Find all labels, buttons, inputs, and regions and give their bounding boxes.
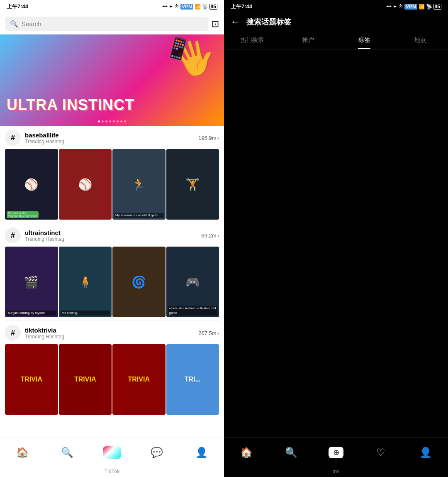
home-icon: 🏠 — [240, 447, 253, 458]
hashtag-sub-3: Trending Hashtag — [25, 334, 64, 340]
video-thumb-3-2[interactable]: TRIVIA — [59, 344, 112, 415]
hashtag-info-3: # tiktoktrivia Trending Hashtag — [5, 325, 64, 341]
add-button[interactable]: + — [103, 446, 121, 459]
right-tabs: 热门搜索 帐户 标签 地点 — [224, 32, 448, 49]
tab-locations[interactable]: 地点 — [392, 32, 448, 49]
right-nav-profile[interactable]: 👤 — [403, 447, 448, 458]
video-thumb-1-3[interactable]: 🏃 My teammates wouldn't get it. — [112, 149, 166, 220]
thumb-icon: 🏃 — [112, 149, 166, 220]
right-content-area — [224, 49, 448, 438]
banner: 🖐 📱 ULTRA INSTINCT — [0, 34, 224, 126]
right-page-title: 搜索话题标签 — [246, 17, 291, 27]
search-icon: 🔍 — [10, 20, 18, 28]
hashtag-section-2: # ultrainstinct Trending Hashtag 69.2m ›… — [0, 223, 224, 320]
right-bottom-nav: 🏠 🔍 ⊕ ♡ 👤 — [224, 438, 448, 467]
nav-messages[interactable]: 💬 — [134, 447, 179, 458]
signal-icon: 📶 — [195, 4, 201, 10]
tab-trending[interactable]: 热门搜索 — [224, 32, 280, 49]
right-nav-add[interactable]: ⊕ — [314, 447, 358, 458]
battery-icon: 95 — [209, 4, 217, 10]
right-nav-search[interactable]: 🔍 — [269, 447, 314, 458]
hashtag-text-1: baseballlife Trending Hashtag — [25, 132, 64, 144]
right-nav-likes[interactable]: ♡ — [358, 447, 403, 458]
nav-search[interactable]: 🔍 — [45, 447, 90, 458]
banner-dot-6 — [117, 120, 119, 122]
hashtag-info-2: # ultrainstinct Trending Hashtag — [5, 227, 64, 243]
left-status-icons: ••• ✦ ⏱ VPN 📶 📡 95 — [162, 4, 217, 10]
video-label-2-2: Me chilling: — [61, 311, 110, 316]
banner-dot-3 — [105, 120, 107, 122]
left-app-label: TikTok — [0, 467, 224, 477]
video-thumb-2-4[interactable]: 🎮 when ultra instinct activates mid game — [166, 247, 219, 317]
search-bar-container: 🔍 Search ⊡ — [0, 13, 224, 34]
tab-hashtags[interactable]: 标签 — [336, 32, 392, 49]
search-input-wrap[interactable]: 🔍 Search — [5, 17, 208, 31]
search-placeholder: Search — [22, 20, 41, 27]
hashtag-icon-1: # — [5, 130, 21, 146]
add-button[interactable]: ⊕ — [329, 447, 343, 458]
hashtag-sub-1: Trending Hashtag — [25, 139, 64, 144]
banner-dots — [98, 120, 126, 122]
nav-profile[interactable]: 👤 — [179, 447, 224, 458]
video-thumb-3-3[interactable]: TRIVIA — [112, 344, 166, 415]
wifi-icon: 📡 — [202, 4, 208, 10]
right-nav-home[interactable]: 🏠 — [224, 447, 269, 458]
video-thumb-1-4[interactable]: 🏋️ — [166, 149, 219, 220]
hashtag-icon-3: # — [5, 325, 21, 341]
video-grid-1: ⚾ Become a starPlay for an iconic team ⚾… — [5, 149, 219, 220]
video-thumb-2-2[interactable]: 🧍 Me chilling: — [59, 247, 112, 317]
messages-icon: 💬 — [151, 447, 163, 458]
video-grid-2: 🎬 Me just chilling by myself 🧍 Me chilli… — [5, 247, 219, 317]
wifi-icon: 📡 — [426, 4, 432, 10]
hashtag-count-2: 69.2m › — [202, 232, 219, 239]
left-status-time: 上午7:44 — [7, 3, 28, 10]
right-header: ← 搜索话题标签 — [224, 13, 448, 32]
back-button[interactable]: ← — [231, 17, 240, 27]
nav-add[interactable]: + — [90, 446, 134, 459]
hashtag-section-3: # tiktoktrivia Trending Hashtag 267.5m ›… — [0, 321, 224, 418]
right-status-bar: 上午7:44 ••• ✦ ⏱ VPN 📶 📡 95 — [224, 0, 448, 13]
thumb-icon: 🏋️ — [166, 149, 219, 220]
discover-icon: 🔍 — [61, 447, 73, 458]
profile-icon: 👤 — [195, 447, 208, 458]
tab-accounts[interactable]: 帐户 — [280, 32, 336, 49]
hashtag-name-1: baseballlife — [25, 132, 64, 139]
thumb-icon: ⚾ — [59, 149, 112, 220]
hashtag-sub-2: Trending Hashtag — [25, 236, 64, 242]
hashtag-count-1: 196.9m › — [198, 135, 219, 141]
video-thumb-1-1[interactable]: ⚾ Become a starPlay for an iconic team — [5, 149, 58, 220]
ellipsis-icon: ••• — [386, 4, 392, 10]
video-thumb-3-4[interactable]: TRI... — [166, 344, 219, 415]
left-status-bar: 上午7:44 ••• ✦ ⏱ VPN 📶 📡 95 — [0, 0, 224, 13]
banner-dot-1 — [98, 120, 100, 122]
signal-icon: 📶 — [419, 4, 425, 10]
hashtag-info-1: # baseballlife Trending Hashtag — [5, 130, 64, 146]
thumb-icon: TRI... — [166, 344, 219, 415]
hashtag-text-3: tiktoktrivia Trending Hashtag — [25, 327, 64, 340]
scan-icon[interactable]: ⊡ — [212, 19, 219, 29]
thumb-icon: 🧍 — [59, 247, 112, 317]
left-panel: 上午7:44 ••• ✦ ⏱ VPN 📶 📡 95 🔍 Search ⊡ 🖐 📱… — [0, 0, 224, 477]
likes-icon: ♡ — [376, 447, 385, 458]
video-thumb-3-1[interactable]: TRIVIA — [5, 344, 58, 415]
hashtag-text-2: ultrainstinct Trending Hashtag — [25, 229, 64, 242]
nav-home[interactable]: 🏠 — [0, 447, 45, 458]
hashtag-header-1[interactable]: # baseballlife Trending Hashtag 196.9m › — [5, 126, 219, 147]
video-thumb-1-2[interactable]: ⚾ — [59, 149, 112, 220]
banner-dot-4 — [109, 120, 111, 122]
thumb-icon: ⚾ — [5, 149, 58, 220]
hashtag-icon-2: # — [5, 227, 21, 243]
thumb-icon: TRIVIA — [59, 344, 112, 415]
hashtag-name-2: ultrainstinct — [25, 229, 64, 236]
video-thumb-2-3[interactable]: 🌀 — [112, 247, 166, 317]
hashtag-header-2[interactable]: # ultrainstinct Trending Hashtag 69.2m › — [5, 223, 219, 245]
right-panel: 上午7:44 ••• ✦ ⏱ VPN 📶 📡 95 ← 搜索话题标签 热门搜索 … — [224, 0, 448, 477]
left-bottom-nav: 🏠 🔍 + 💬 👤 — [0, 438, 224, 467]
hashtag-header-3[interactable]: # tiktoktrivia Trending Hashtag 267.5m › — [5, 321, 219, 342]
right-status-time: 上午7:44 — [231, 3, 252, 10]
thumb-icon: TRIVIA — [5, 344, 58, 415]
thumb-icon: 🎬 — [5, 247, 58, 317]
video-thumb-2-1[interactable]: 🎬 Me just chilling by myself — [5, 247, 58, 317]
video-label-green: Become a starPlay for an iconic team — [7, 211, 39, 218]
thumb-icon: TRIVIA — [112, 344, 166, 415]
